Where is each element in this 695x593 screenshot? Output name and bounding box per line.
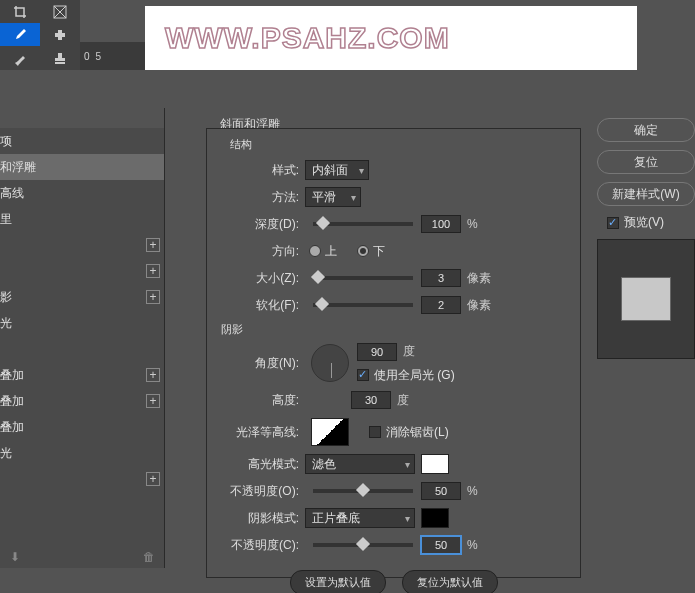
global-light-label: 使用全局光 (G) [374, 367, 455, 384]
dialog-right-column: 确定 复位 新建样式(W) 预览(V) [597, 118, 695, 359]
reset-default-button[interactable]: 复位为默认值 [402, 570, 498, 593]
style-item-drop-shadow[interactable]: + [0, 466, 164, 492]
style-item-contour[interactable]: 高线 [0, 180, 164, 206]
shadow-opacity-slider[interactable] [313, 543, 413, 547]
label-direction: 方向: [219, 243, 305, 260]
tool-brush[interactable] [0, 47, 40, 70]
add-icon[interactable]: + [146, 368, 160, 382]
angle-dial[interactable] [311, 344, 349, 382]
group-shadow-label: 阴影 [221, 322, 568, 337]
ruler-mark-0: 0 [84, 51, 90, 62]
trash-icon[interactable]: 🗑 [143, 550, 155, 564]
make-default-button[interactable]: 设置为默认值 [290, 570, 386, 593]
add-icon[interactable]: + [146, 290, 160, 304]
antialias-label: 消除锯齿(L) [386, 424, 449, 441]
tool-eyedropper[interactable] [0, 23, 40, 46]
style-item-inner-shadow[interactable]: + [0, 258, 164, 284]
shadow-color-swatch[interactable] [421, 508, 449, 528]
tool-palette [0, 0, 80, 70]
altitude-input[interactable] [351, 391, 391, 409]
style-item-color-overlay[interactable]: 叠加+ [0, 362, 164, 388]
style-preview-thumbnail [597, 239, 695, 359]
label-angle: 角度(N): [219, 355, 305, 372]
antialias-checkbox[interactable] [369, 426, 381, 438]
add-icon[interactable]: + [146, 394, 160, 408]
size-slider[interactable] [313, 276, 413, 280]
label-opacity-c: 不透明度(C): [219, 537, 305, 554]
label-technique: 方法: [219, 189, 305, 206]
soften-input[interactable] [421, 296, 461, 314]
highlight-opacity-input[interactable] [421, 482, 461, 500]
style-item-stroke[interactable]: + [0, 232, 164, 258]
shadow-mode-select[interactable]: 正片叠底 [305, 508, 415, 528]
radio-down[interactable] [357, 245, 369, 257]
ruler-mark-5: 5 [96, 51, 102, 62]
highlight-opacity-slider[interactable] [313, 489, 413, 493]
style-item-gradient-overlay[interactable]: 叠加+ [0, 388, 164, 414]
cancel-button[interactable]: 复位 [597, 150, 695, 174]
technique-select[interactable]: 平滑 [305, 187, 361, 207]
layer-style-dialog: 项 和浮雕 高线 里 + + 影+ 光 叠加+ 叠加+ 叠加 光 + ⬇ 🗑 斜… [0, 108, 695, 593]
style-item-inner-glow[interactable]: 影+ [0, 284, 164, 310]
bevel-settings-panel: 结构 样式: 内斜面 方法: 平滑 深度(D): % 方向: 上 下 大小(Z)… [206, 128, 581, 578]
add-icon[interactable]: + [146, 472, 160, 486]
style-select[interactable]: 内斜面 [305, 160, 369, 180]
new-style-button[interactable]: 新建样式(W) [597, 182, 695, 206]
global-light-checkbox[interactable] [357, 369, 369, 381]
depth-input[interactable] [421, 215, 461, 233]
soften-slider[interactable] [313, 303, 413, 307]
unit-px: 像素 [467, 270, 491, 287]
tool-stamp[interactable] [40, 47, 80, 70]
add-icon[interactable]: + [146, 264, 160, 278]
gloss-contour-picker[interactable] [311, 418, 349, 446]
svg-rect-4 [55, 33, 65, 37]
fx-icon[interactable]: ⬇ [10, 550, 20, 564]
watermark-text: WWW.PSAHZ.COM [165, 21, 450, 55]
ruler: 0 5 [80, 42, 145, 70]
tool-crop[interactable] [0, 0, 40, 23]
label-size: 大小(Z): [219, 270, 305, 287]
radio-up[interactable] [309, 245, 321, 257]
size-input[interactable] [421, 269, 461, 287]
unit-percent: % [467, 217, 478, 231]
label-soften: 软化(F): [219, 297, 305, 314]
unit-px: 像素 [467, 297, 491, 314]
tool-heal[interactable] [40, 23, 80, 46]
style-item-spacer [0, 336, 164, 362]
canvas-area: WWW.PSAHZ.COM [145, 6, 637, 70]
svg-rect-5 [55, 62, 65, 64]
style-item-outer-glow[interactable]: 光 [0, 440, 164, 466]
style-item-pattern-overlay[interactable]: 叠加 [0, 414, 164, 440]
angle-input[interactable] [357, 343, 397, 361]
app-topbar: 0 5 WWW.PSAHZ.COM [0, 0, 695, 70]
label-depth: 深度(D): [219, 216, 305, 233]
highlight-mode-select[interactable]: 滤色 [305, 454, 415, 474]
ok-button[interactable]: 确定 [597, 118, 695, 142]
label-highlight-mode: 高光模式: [219, 456, 305, 473]
group-structure-label: 结构 [227, 137, 255, 152]
style-item-satin[interactable]: 光 [0, 310, 164, 336]
shadow-opacity-input[interactable] [421, 536, 461, 554]
style-item-blend[interactable]: 项 [0, 128, 164, 154]
tool-frame[interactable] [40, 0, 80, 23]
label-shadow-mode: 阴影模式: [219, 510, 305, 527]
add-icon[interactable]: + [146, 238, 160, 252]
label-altitude: 高度: [219, 392, 305, 409]
preview-checkbox[interactable] [607, 217, 619, 229]
style-item-texture[interactable]: 里 [0, 206, 164, 232]
label-style: 样式: [219, 162, 305, 179]
depth-slider[interactable] [313, 222, 413, 226]
preview-label: 预览(V) [624, 214, 664, 231]
highlight-color-swatch[interactable] [421, 454, 449, 474]
label-gloss: 光泽等高线: [219, 424, 305, 441]
styles-list: 项 和浮雕 高线 里 + + 影+ 光 叠加+ 叠加+ 叠加 光 + ⬇ 🗑 [0, 108, 165, 568]
label-opacity-o: 不透明度(O): [219, 483, 305, 500]
style-item-bevel[interactable]: 和浮雕 [0, 154, 164, 180]
